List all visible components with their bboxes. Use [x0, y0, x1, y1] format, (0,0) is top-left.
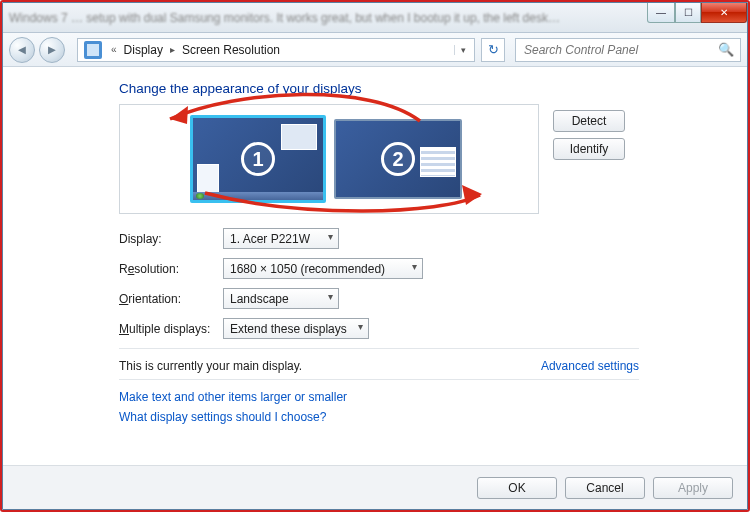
display-dropdown[interactable]: 1. Acer P221W [223, 228, 339, 249]
control-panel-icon [84, 41, 102, 59]
window-frame: Windows 7 … setup with dual Samsung moni… [2, 2, 748, 510]
chevron-right-icon: ▸ [165, 44, 180, 55]
search-input[interactable] [522, 42, 718, 58]
separator [119, 379, 639, 380]
multiple-displays-label: Multiple displays: [119, 322, 223, 336]
back-button[interactable]: ◄ [9, 37, 35, 63]
page-title: Change the appearance of your displays [119, 81, 747, 96]
minimize-button[interactable]: — [647, 3, 675, 23]
main-display-status: This is currently your main display. [119, 359, 541, 373]
resolution-label: Resolution: [119, 262, 223, 276]
refresh-button[interactable]: ↻ [481, 38, 505, 62]
separator [119, 348, 639, 349]
breadcrumb-item-display[interactable]: Display [122, 43, 165, 57]
display-preview[interactable]: 1 2 [119, 104, 539, 214]
breadcrumb-dropdown-icon[interactable]: ▾ [454, 45, 472, 55]
text-size-link[interactable]: Make text and other items larger or smal… [119, 390, 747, 404]
breadcrumb[interactable]: « Display ▸ Screen Resolution ▾ [77, 38, 475, 62]
apply-button[interactable]: Apply [653, 477, 733, 499]
detect-button[interactable]: Detect [553, 110, 625, 132]
orientation-dropdown[interactable]: Landscape [223, 288, 339, 309]
background-page-text: Windows 7 … setup with dual Samsung moni… [9, 11, 560, 25]
search-icon[interactable]: 🔍 [718, 42, 734, 57]
footer: OK Cancel Apply [3, 465, 747, 509]
monitor-1[interactable]: 1 [190, 115, 326, 203]
breadcrumb-root: « [106, 44, 122, 55]
monitor-2[interactable]: 2 [334, 119, 462, 199]
close-button[interactable]: ✕ [701, 3, 747, 23]
identify-button[interactable]: Identify [553, 138, 625, 160]
preview-window-icon [281, 124, 317, 150]
resolution-dropdown[interactable]: 1680 × 1050 (recommended) [223, 258, 423, 279]
orientation-label: Orientation: [119, 292, 223, 306]
svg-marker-0 [170, 106, 188, 124]
display-label: Display: [119, 232, 223, 246]
breadcrumb-item-screen-resolution[interactable]: Screen Resolution [180, 43, 282, 57]
forward-button[interactable]: ► [39, 37, 65, 63]
monitor-2-number: 2 [381, 142, 415, 176]
cancel-button[interactable]: Cancel [565, 477, 645, 499]
content-area: Change the appearance of your displays 1… [3, 67, 747, 465]
svg-marker-1 [462, 185, 482, 205]
preview-taskbar [193, 192, 323, 200]
navbar: ◄ ► « Display ▸ Screen Resolution ▾ ↻ 🔍 [3, 33, 747, 67]
display-settings-form: Display: 1. Acer P221W Resolution: 1680 … [119, 228, 747, 339]
titlebar[interactable]: Windows 7 … setup with dual Samsung moni… [3, 3, 747, 33]
maximize-button[interactable]: ☐ [675, 3, 701, 23]
advanced-settings-link[interactable]: Advanced settings [541, 359, 639, 373]
help-link[interactable]: What display settings should I choose? [119, 410, 747, 424]
monitor-1-number: 1 [241, 142, 275, 176]
multiple-displays-dropdown[interactable]: Extend these displays [223, 318, 369, 339]
preview-start-icon [196, 193, 204, 199]
preview-window-icon [420, 147, 456, 177]
search-box[interactable]: 🔍 [515, 38, 741, 62]
ok-button[interactable]: OK [477, 477, 557, 499]
